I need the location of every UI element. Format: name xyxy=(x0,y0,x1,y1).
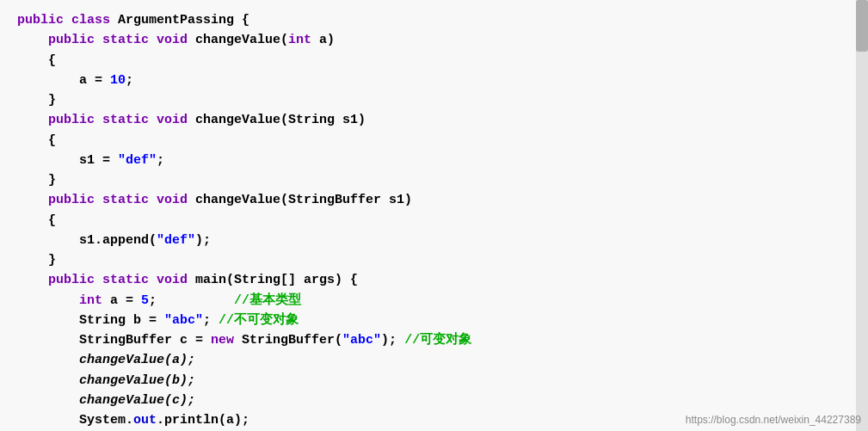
scrollbar[interactable] xyxy=(856,0,868,431)
line-8: s1 = "def"; xyxy=(17,151,851,170)
line-13: } xyxy=(17,250,851,270)
line-6: public static void changeValue(String s1… xyxy=(17,110,851,130)
line-10: public static void changeValue(StringBuf… xyxy=(17,190,851,210)
line-12: s1.append("def"); xyxy=(17,231,851,250)
line-7: { xyxy=(17,131,851,151)
code-block: public class ArgumentPassing { public st… xyxy=(0,7,868,431)
line-19: changeValue(b); xyxy=(17,371,851,391)
line-17: StringBuffer c = new StringBuffer("abc")… xyxy=(17,330,851,350)
line-5: } xyxy=(17,90,851,110)
line-14: public static void main(String[] args) { xyxy=(17,270,851,290)
line-15: int a = 5; //基本类型 xyxy=(17,291,851,311)
line-2: public static void changeValue(int a) xyxy=(17,30,851,50)
line-18: changeValue(a); xyxy=(17,350,851,370)
line-9: } xyxy=(17,170,851,190)
line-11: { xyxy=(17,211,851,231)
line-16: String b = "abc"; //不可变对象 xyxy=(17,311,851,330)
line-3: { xyxy=(17,51,851,71)
line-4: a = 10; xyxy=(17,71,851,90)
code-container: public class ArgumentPassing { public st… xyxy=(0,0,868,431)
scrollbar-thumb[interactable] xyxy=(856,0,868,52)
line-1: public class ArgumentPassing { xyxy=(17,10,851,30)
watermark: https://blog.csdn.net/weixin_44227389 xyxy=(686,414,861,426)
line-20: changeValue(c); xyxy=(17,391,851,410)
